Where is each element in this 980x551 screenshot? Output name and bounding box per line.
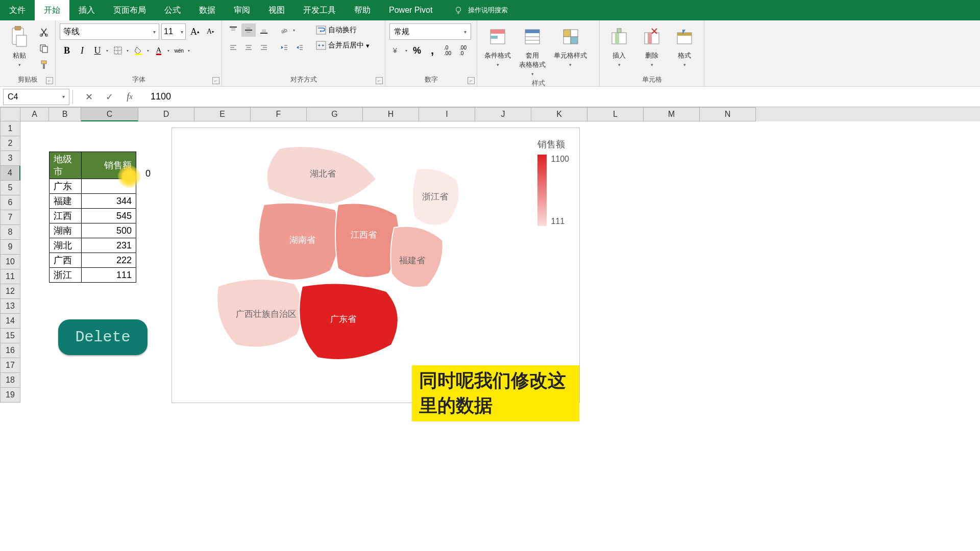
cell-value[interactable]: 231: [82, 238, 136, 253]
map-chart[interactable]: 湖北省 浙江省 湖南省 江西省 福建省 广西壮族自治区 广东省 销售额: [172, 128, 580, 403]
tab-developer[interactable]: 开发工具: [294, 0, 345, 20]
number-format-select[interactable]: 常规▾: [389, 23, 471, 40]
row-header-16[interactable]: 16: [0, 343, 20, 358]
orientation-dropdown[interactable]: ▾: [291, 28, 297, 33]
cancel-edit-button[interactable]: ✕: [83, 91, 94, 103]
cell-value[interactable]: 111: [82, 268, 136, 283]
fill-color-dropdown[interactable]: ▾: [145, 48, 151, 53]
col-header-N[interactable]: N: [700, 107, 756, 121]
tab-formulas[interactable]: 公式: [155, 0, 190, 20]
tab-help[interactable]: 帮助: [345, 0, 380, 20]
decrease-font-button[interactable]: A▾: [203, 25, 217, 38]
fill-color-button[interactable]: [131, 44, 145, 57]
cell-city[interactable]: 福建: [50, 194, 82, 209]
insert-function-button[interactable]: fx: [124, 91, 135, 103]
row-header-8[interactable]: 8: [0, 225, 20, 240]
row-header-9[interactable]: 9: [0, 240, 20, 255]
cell-value[interactable]: 500: [82, 223, 136, 238]
col-header-B[interactable]: B: [49, 107, 81, 121]
format-cells-button[interactable]: 格式▾: [669, 23, 700, 68]
tab-insert[interactable]: 插入: [69, 0, 104, 20]
row-header-14[interactable]: 14: [0, 314, 20, 329]
percent-format-button[interactable]: %: [410, 44, 424, 57]
table-style-button[interactable]: 套用 表格格式▾: [516, 23, 549, 78]
cell-value[interactable]: 222: [82, 253, 136, 268]
underline-button[interactable]: U: [90, 44, 105, 57]
orientation-button[interactable]: ab: [277, 23, 291, 37]
cell-style-button[interactable]: 单元格样式▾: [551, 23, 590, 68]
increase-indent-button[interactable]: [292, 41, 307, 54]
insert-cells-button[interactable]: 插入▾: [604, 23, 634, 68]
col-header-L[interactable]: L: [587, 107, 644, 121]
font-dialog-launcher[interactable]: ⌐: [212, 77, 219, 84]
decrease-indent-button[interactable]: [277, 41, 291, 54]
row-header-11[interactable]: 11: [0, 269, 20, 284]
col-header-H[interactable]: H: [363, 107, 419, 121]
increase-font-button[interactable]: A▴: [188, 25, 202, 38]
phonetic-dropdown[interactable]: ▾: [186, 48, 191, 53]
bold-button[interactable]: B: [60, 44, 74, 57]
font-color-dropdown[interactable]: ▾: [166, 48, 171, 53]
row-header-18[interactable]: 18: [0, 373, 20, 388]
tab-page-layout[interactable]: 页面布局: [104, 0, 155, 20]
phonetic-button[interactable]: wén: [172, 44, 186, 57]
number-dialog-launcher[interactable]: ⌐: [468, 77, 475, 84]
col-header-M[interactable]: M: [644, 107, 700, 121]
row-header-7[interactable]: 7: [0, 210, 20, 225]
copy-button[interactable]: [37, 42, 51, 55]
align-right-button[interactable]: [257, 41, 271, 54]
tab-data[interactable]: 数据: [190, 0, 225, 20]
col-header-G[interactable]: G: [307, 107, 363, 121]
row-header-4[interactable]: 4: [0, 166, 20, 181]
increase-decimal-button[interactable]: .0.00: [440, 44, 455, 57]
row-header-5[interactable]: 5: [0, 181, 20, 195]
italic-button[interactable]: I: [75, 44, 89, 57]
underline-dropdown[interactable]: ▾: [105, 48, 110, 53]
confirm-edit-button[interactable]: ✓: [104, 91, 115, 103]
align-middle-button[interactable]: [241, 23, 256, 37]
cell-city[interactable]: 广西: [50, 253, 82, 268]
tell-me-search[interactable]: 操作说明搜索: [454, 0, 508, 20]
accounting-dropdown[interactable]: ▾: [404, 48, 409, 53]
row-header-6[interactable]: 6: [0, 195, 20, 210]
cell-city[interactable]: 浙江: [50, 268, 82, 283]
row-header-17[interactable]: 17: [0, 358, 20, 373]
worksheet-grid[interactable]: ABCDEFGHIJKLMN 1234567891011121314151617…: [0, 107, 980, 403]
cell-city[interactable]: 江西: [50, 209, 82, 223]
cell-city[interactable]: 湖北: [50, 238, 82, 253]
wrap-text-button[interactable]: 自动换行: [313, 23, 373, 37]
cell-value[interactable]: 545: [82, 209, 136, 223]
delete-macro-button[interactable]: Delete: [58, 319, 148, 355]
delete-cells-button[interactable]: 删除▾: [636, 23, 667, 68]
comma-format-button[interactable]: ,: [425, 44, 439, 57]
conditional-format-button[interactable]: 条件格式▾: [481, 23, 514, 68]
align-top-button[interactable]: [226, 23, 240, 37]
paste-button[interactable]: 粘贴 ▾: [4, 23, 35, 68]
col-header-K[interactable]: K: [531, 107, 587, 121]
alignment-dialog-launcher[interactable]: ⌐: [376, 77, 383, 84]
cells-area[interactable]: 地级市 销售额 广东福建344江西545湖南500湖北231广西222浙江111…: [20, 121, 980, 403]
row-header-15[interactable]: 15: [0, 329, 20, 343]
row-header-1[interactable]: 1: [0, 121, 20, 136]
align-center-button[interactable]: [241, 41, 256, 54]
tab-home[interactable]: 开始: [35, 0, 69, 20]
row-header-2[interactable]: 2: [0, 136, 20, 151]
decrease-decimal-button[interactable]: .00.0: [456, 44, 470, 57]
align-left-button[interactable]: [226, 41, 240, 54]
font-color-button[interactable]: A: [152, 44, 166, 57]
cell-city[interactable]: 广东: [50, 179, 82, 194]
tab-review[interactable]: 审阅: [225, 0, 259, 20]
row-header-10[interactable]: 10: [0, 255, 20, 269]
col-header-F[interactable]: F: [251, 107, 307, 121]
row-header-13[interactable]: 13: [0, 299, 20, 314]
row-header-19[interactable]: 19: [0, 388, 20, 403]
format-painter-button[interactable]: [37, 58, 51, 71]
cell-value[interactable]: 344: [82, 194, 136, 209]
col-header-E[interactable]: E: [194, 107, 251, 121]
accounting-format-button[interactable]: ¥: [389, 44, 404, 57]
align-bottom-button[interactable]: [257, 23, 271, 37]
col-header-C[interactable]: C: [81, 107, 138, 121]
merge-center-button[interactable]: 合并后居中 ▾: [313, 39, 373, 52]
col-header-I[interactable]: I: [419, 107, 475, 121]
row-header-12[interactable]: 12: [0, 284, 20, 299]
